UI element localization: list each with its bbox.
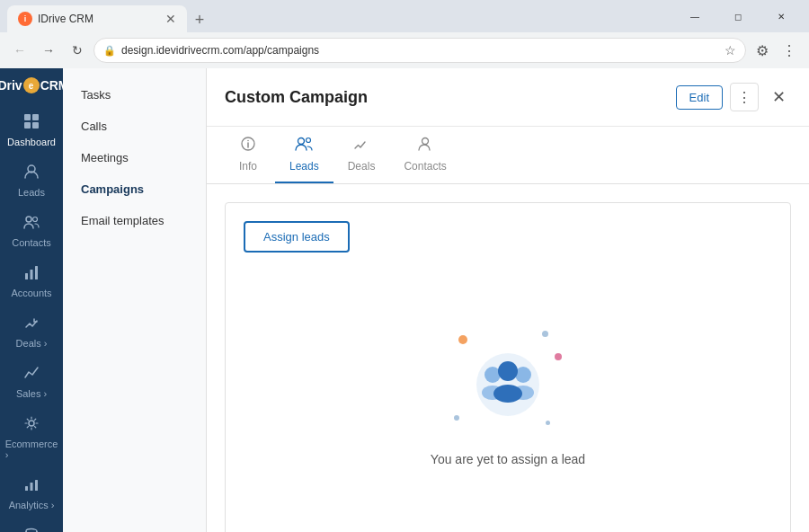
dot-pink xyxy=(555,353,562,360)
active-tab[interactable]: i IDrive CRM ✕ xyxy=(7,5,187,32)
logo-circle: e xyxy=(23,77,40,93)
sidebar-label-leads: Leads xyxy=(18,187,45,198)
app-layout: IDriv e CRM Dashboard Leads Contacts xyxy=(0,68,809,532)
data-migration-icon xyxy=(23,527,40,532)
svg-rect-8 xyxy=(31,270,33,279)
dot-orange xyxy=(458,335,467,344)
tab-leads[interactable]: Leads xyxy=(275,127,333,183)
svg-point-18 xyxy=(247,140,249,142)
close-icon: ✕ xyxy=(772,87,786,107)
lock-icon: 🔒 xyxy=(103,45,116,57)
toolbar-actions: ⚙ ⋮ xyxy=(750,38,802,63)
sidebar-item-analytics[interactable]: Analytics › xyxy=(4,469,58,518)
accounts-icon xyxy=(23,264,40,285)
more-dots-icon: ⋮ xyxy=(737,89,751,106)
sidebar-label-sales: Sales › xyxy=(16,388,47,399)
empty-state-message: You are yet to assign a lead xyxy=(431,452,585,466)
contacts-icon xyxy=(23,214,40,235)
content-title: Custom Campaign xyxy=(225,88,368,107)
sidebar-label-contacts: Contacts xyxy=(12,237,50,248)
secondary-nav-tasks[interactable]: Tasks xyxy=(63,79,206,111)
dot-blue-2 xyxy=(454,415,459,421)
sidebar-label-analytics: Analytics › xyxy=(9,500,55,510)
tab-deals[interactable]: Deals xyxy=(333,127,390,183)
svg-point-5 xyxy=(26,217,31,222)
edit-button[interactable]: Edit xyxy=(676,85,723,110)
secondary-nav-email-templates[interactable]: Email templates xyxy=(63,205,206,236)
sidebar-item-data-migration[interactable]: Data Migration xyxy=(4,519,58,532)
sales-icon xyxy=(23,365,40,386)
secondary-nav: Tasks Calls Meetings Campaigns Email tem… xyxy=(63,68,207,532)
sidebar-item-deals[interactable]: Deals › xyxy=(4,307,58,356)
sidebar-item-accounts[interactable]: Accounts xyxy=(4,257,58,306)
svg-point-28 xyxy=(493,385,522,403)
browser-tabs: i IDrive CRM ✕ + xyxy=(7,0,212,32)
window-controls: — ◻ ✕ xyxy=(674,2,802,31)
people-svg xyxy=(467,344,548,416)
sidebar-item-sales[interactable]: Sales › xyxy=(4,358,58,406)
more-button[interactable]: ⋮ xyxy=(777,38,802,63)
new-tab-button[interactable]: + xyxy=(187,7,212,32)
tab-deals-label: Deals xyxy=(348,160,376,173)
bookmark-icon[interactable]: ☆ xyxy=(725,43,736,58)
sidebar-item-dashboard[interactable]: Dashboard xyxy=(4,106,58,155)
svg-point-21 xyxy=(422,138,429,145)
secondary-nav-campaigns[interactable]: Campaigns xyxy=(63,173,206,205)
sidebar-label-deals: Deals › xyxy=(16,338,48,349)
tab-close-button[interactable]: ✕ xyxy=(165,12,176,26)
secondary-nav-meetings[interactable]: Meetings xyxy=(63,142,206,173)
sidebar: IDriv e CRM Dashboard Leads Contacts xyxy=(0,68,63,532)
svg-rect-1 xyxy=(32,114,39,120)
deals-icon xyxy=(23,315,40,335)
leads-icon xyxy=(23,164,40,184)
tab-contacts-label: Contacts xyxy=(404,160,446,173)
svg-rect-9 xyxy=(35,266,38,279)
tab-info-label: Info xyxy=(239,160,257,173)
svg-rect-3 xyxy=(32,122,39,129)
url-text: design.idevidrivecrm.com/app/campaigns xyxy=(121,44,719,57)
close-button[interactable]: ✕ xyxy=(760,2,802,31)
header-actions: Edit ⋮ ✕ xyxy=(676,83,791,111)
back-button[interactable]: ← xyxy=(7,38,32,63)
extensions-button[interactable]: ⚙ xyxy=(750,38,775,63)
tab-info[interactable]: Info xyxy=(221,127,275,183)
leads-tab-icon xyxy=(295,136,313,156)
more-options-button[interactable]: ⋮ xyxy=(730,83,759,111)
maximize-button[interactable]: ◻ xyxy=(717,2,759,31)
sidebar-logo: IDriv e CRM xyxy=(0,77,69,93)
content-header: Custom Campaign Edit ⋮ ✕ xyxy=(207,68,809,127)
leads-panel: Assign leads xyxy=(225,202,791,532)
browser-toolbar: ← → ↻ 🔒 design.idevidrivecrm.com/app/cam… xyxy=(0,32,809,68)
minimize-button[interactable]: — xyxy=(674,2,716,31)
secondary-nav-calls[interactable]: Calls xyxy=(63,111,206,142)
close-panel-button[interactable]: ✕ xyxy=(766,84,791,110)
content-area: Custom Campaign Edit ⋮ ✕ Info xyxy=(207,68,809,532)
sidebar-label-ecommerce: Ecommerce › xyxy=(5,439,58,460)
assign-leads-button[interactable]: Assign leads xyxy=(244,221,350,253)
svg-point-14 xyxy=(26,529,37,533)
svg-point-20 xyxy=(307,138,311,143)
tab-leads-label: Leads xyxy=(289,160,319,173)
sidebar-item-leads[interactable]: Leads xyxy=(4,156,58,205)
contacts-tab-icon xyxy=(417,136,433,156)
info-icon xyxy=(240,136,256,156)
dot-blue-1 xyxy=(542,331,548,337)
svg-point-19 xyxy=(298,138,305,145)
svg-rect-13 xyxy=(35,480,38,491)
svg-rect-7 xyxy=(25,273,28,279)
svg-point-27 xyxy=(498,361,518,381)
reload-button[interactable]: ↻ xyxy=(65,38,90,63)
empty-state: You are yet to assign a lead xyxy=(244,253,772,532)
tab-contacts[interactable]: Contacts xyxy=(389,127,460,183)
main-panel: Assign leads xyxy=(207,184,809,532)
ecommerce-icon xyxy=(23,415,40,436)
address-bar[interactable]: 🔒 design.idevidrivecrm.com/app/campaigns… xyxy=(93,38,746,63)
svg-rect-2 xyxy=(24,122,31,129)
empty-illustration xyxy=(440,326,575,434)
forward-button[interactable]: → xyxy=(36,38,61,63)
content-tabs: Info Leads Deals Contacts xyxy=(207,127,809,184)
sidebar-item-contacts[interactable]: Contacts xyxy=(4,207,58,255)
dashboard-icon xyxy=(23,113,40,134)
sidebar-item-ecommerce[interactable]: Ecommerce › xyxy=(4,408,58,467)
browser-chrome: i IDrive CRM ✕ + — ◻ ✕ ← → ↻ 🔒 design.id… xyxy=(0,0,809,68)
